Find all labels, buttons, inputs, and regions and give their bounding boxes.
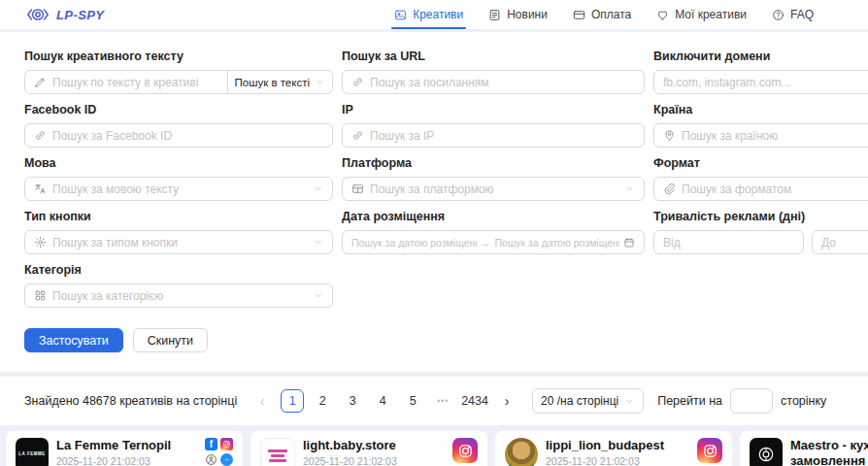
category-select[interactable] bbox=[24, 283, 333, 308]
category-input[interactable] bbox=[52, 289, 307, 303]
nav-news[interactable]: Новини bbox=[488, 0, 548, 29]
chevron-down-icon bbox=[624, 396, 635, 407]
button-type-select[interactable] bbox=[24, 230, 333, 254]
date-from-input[interactable] bbox=[351, 237, 477, 249]
page-button-4[interactable]: 4 bbox=[371, 389, 394, 413]
instagram-icon[interactable] bbox=[220, 438, 233, 450]
messenger-icon[interactable] bbox=[220, 453, 233, 466]
field-ip: IP bbox=[342, 103, 645, 148]
pager: ‹ 1 2 3 4 5 ••• 2434 › bbox=[250, 389, 518, 413]
facebook-icon[interactable] bbox=[205, 438, 217, 450]
date-to-input[interactable] bbox=[495, 237, 620, 249]
language-select[interactable] bbox=[24, 177, 333, 201]
format-input[interactable] bbox=[682, 183, 868, 196]
results-summary: Знайдено 48678 креативів на сторінці bbox=[24, 394, 237, 408]
next-page-button[interactable]: › bbox=[495, 389, 518, 413]
mode-select-value: Пошук в тексті bbox=[235, 77, 310, 88]
url-input-wrap bbox=[342, 70, 645, 94]
creative-text-input[interactable] bbox=[52, 76, 218, 89]
nav-faq[interactable]: FAQ bbox=[772, 0, 814, 29]
format-input-wrap bbox=[653, 177, 868, 201]
page-button-3[interactable]: 3 bbox=[341, 389, 364, 413]
creative-text-input-wrap bbox=[24, 70, 228, 94]
card-title-line2: замовлення в Ужго bbox=[790, 453, 868, 466]
avatar: LA FEMME bbox=[16, 438, 49, 466]
news-icon bbox=[488, 9, 501, 21]
card-title: light.baby.store bbox=[303, 438, 445, 453]
person-icon[interactable] bbox=[205, 453, 217, 466]
nav-label: Оплата bbox=[591, 8, 631, 21]
duration-to-wrap bbox=[812, 230, 868, 254]
text-search-mode-select[interactable]: Пошук в тексті bbox=[227, 70, 333, 94]
page-size-select[interactable]: 20 /на сторінці bbox=[532, 388, 644, 414]
platform-icon bbox=[351, 183, 364, 195]
app-canvas: LP-SPY Креативи Новини Оплата Мої креати… bbox=[0, 0, 868, 466]
placement-date-range[interactable]: → bbox=[342, 230, 645, 254]
page-button-5[interactable]: 5 bbox=[401, 389, 424, 413]
avatar bbox=[505, 438, 538, 466]
pager-ellipsis[interactable]: ••• bbox=[431, 389, 454, 413]
url-input[interactable] bbox=[370, 76, 635, 89]
page-button-2[interactable]: 2 bbox=[311, 389, 334, 413]
chevron-down-icon bbox=[624, 183, 635, 194]
field-ad-duration: Тривалість реклами (дні) bbox=[653, 210, 868, 254]
creative-card: lippi_lion_budapest 2025-11-20 21:02:03 … bbox=[495, 431, 732, 466]
field-label: Платформа bbox=[342, 156, 645, 171]
instagram-icon[interactable] bbox=[452, 438, 478, 463]
header: LP-SPY Креативи Новини Оплата Мої креати… bbox=[0, 0, 868, 29]
heart-icon bbox=[656, 9, 669, 21]
nav-label: Креативи bbox=[413, 8, 463, 21]
platform-select[interactable] bbox=[342, 177, 645, 201]
link-icon bbox=[34, 129, 47, 142]
platform-input[interactable] bbox=[370, 183, 618, 196]
creative-card: Maestro - кухні, мезамовлення в Ужго 202… bbox=[740, 431, 868, 466]
logo[interactable]: LP-SPY bbox=[25, 7, 104, 22]
creative-card: light.baby.store 2025-11-20 21:02:03 3 d… bbox=[250, 431, 487, 466]
logo-eye-icon bbox=[25, 7, 50, 22]
card-date: 2025-11-20 21:02:03 bbox=[56, 455, 197, 466]
duration-from-input[interactable] bbox=[663, 236, 794, 250]
field-url: Пошук за URL bbox=[342, 50, 645, 94]
field-label: Країна bbox=[653, 103, 868, 117]
avatar bbox=[260, 438, 295, 466]
goto-suffix: сторінку bbox=[781, 394, 826, 408]
main-nav: Креативи Новини Оплата Мої креативи FAQ bbox=[394, 0, 814, 29]
goto-page-input[interactable] bbox=[730, 388, 773, 414]
field-category: Категорія bbox=[24, 263, 333, 308]
calendar-icon bbox=[623, 237, 635, 249]
language-input[interactable] bbox=[52, 183, 307, 196]
card-title: Maestro - кухні, мезамовлення в Ужго bbox=[790, 438, 868, 466]
field-label: Дата розміщення bbox=[342, 210, 645, 224]
country-input[interactable] bbox=[682, 129, 868, 143]
button-type-input[interactable] bbox=[52, 236, 307, 250]
chevron-down-icon bbox=[313, 290, 323, 301]
facebook-id-input[interactable] bbox=[52, 129, 323, 143]
social-icons bbox=[205, 438, 233, 466]
page-button-last[interactable]: 2434 bbox=[461, 389, 488, 413]
gear-icon bbox=[34, 236, 47, 249]
ip-input[interactable] bbox=[370, 129, 635, 143]
nav-payment[interactable]: Оплата bbox=[573, 0, 631, 29]
logo-text: LP-SPY bbox=[56, 8, 104, 22]
reset-button[interactable]: Скинути bbox=[133, 328, 208, 352]
page-button-1[interactable]: 1 bbox=[281, 389, 304, 413]
exclude-domains-input-wrap bbox=[653, 70, 868, 94]
prev-page-button[interactable]: ‹ bbox=[250, 389, 274, 413]
field-label: Категорія bbox=[24, 263, 333, 278]
card-icon bbox=[573, 9, 585, 21]
card-date: 2025-11-20 21:02:03 bbox=[303, 455, 445, 466]
nav-creatives[interactable]: Креативи bbox=[394, 0, 463, 29]
goto-page: Перейти на сторінку bbox=[657, 388, 826, 414]
apply-button[interactable]: Застосувати bbox=[24, 328, 123, 352]
field-platform: Платформа bbox=[342, 156, 645, 201]
nav-label: Новини bbox=[507, 8, 548, 21]
field-label: Тип кнопки bbox=[24, 210, 333, 224]
instagram-icon[interactable] bbox=[697, 438, 722, 463]
field-label: Пошук креативного тексту bbox=[24, 50, 333, 64]
nav-my-creatives[interactable]: Мої креативи bbox=[656, 0, 747, 29]
facebook-id-input-wrap bbox=[24, 123, 333, 148]
duration-to-input[interactable] bbox=[821, 236, 868, 250]
page-size-value: 20 /на сторінці bbox=[541, 394, 618, 408]
emblem-icon bbox=[756, 445, 776, 464]
exclude-domains-input[interactable] bbox=[663, 76, 868, 89]
